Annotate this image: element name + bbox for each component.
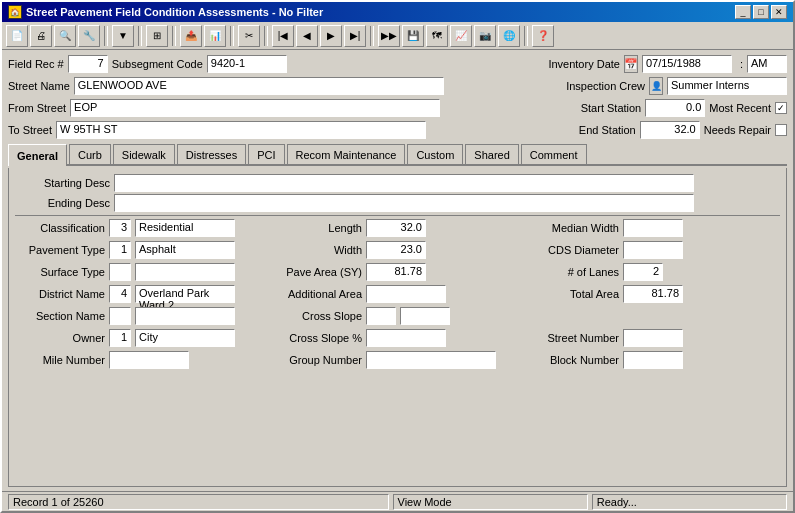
ending-desc-row: Ending Desc — [15, 194, 780, 212]
length-value[interactable]: 32.0 — [366, 219, 426, 237]
spacer1 — [529, 307, 780, 327]
web-button[interactable]: 🌐 — [498, 25, 520, 47]
tab-recom[interactable]: Recom Maintenance — [287, 144, 406, 164]
surface-type-label: Surface Type — [15, 266, 105, 278]
map-button[interactable]: 🗺 — [426, 25, 448, 47]
starting-desc-field[interactable] — [114, 174, 694, 192]
subsegment-value[interactable]: 9420-1 — [207, 55, 287, 73]
from-street-value[interactable]: EOP — [70, 99, 440, 117]
section-name-num[interactable] — [109, 307, 131, 325]
cross-slope-pct-value[interactable] — [366, 329, 446, 347]
num-lanes-value[interactable]: 2 — [623, 263, 663, 281]
cross-slope-value[interactable] — [400, 307, 450, 325]
view-mode: View Mode — [393, 494, 588, 510]
crew-icon[interactable]: 👤 — [649, 77, 663, 95]
search-button[interactable]: 🔍 — [54, 25, 76, 47]
nav-last[interactable]: ▶| — [344, 25, 366, 47]
camera-button[interactable]: 📷 — [474, 25, 496, 47]
tab-comment[interactable]: Comment — [521, 144, 587, 164]
owner-value[interactable]: City — [135, 329, 235, 347]
tab-curb[interactable]: Curb — [69, 144, 111, 164]
nav-jump[interactable]: ▶▶ — [378, 25, 400, 47]
street-name-value[interactable]: GLENWOOD AVE — [74, 77, 444, 95]
tab-sidewalk[interactable]: Sidewalk — [113, 144, 175, 164]
pavement-type-num[interactable]: 1 — [109, 241, 131, 259]
needs-repair-checkbox[interactable] — [775, 124, 787, 136]
width-value[interactable]: 23.0 — [366, 241, 426, 259]
field-rec-value[interactable]: 7 — [68, 55, 108, 73]
statusbar: Record 1 of 25260 View Mode Ready... — [2, 491, 793, 511]
street-number-label: Street Number — [529, 332, 619, 344]
sep4 — [230, 26, 234, 46]
save-button[interactable]: 💾 — [402, 25, 424, 47]
export-button[interactable]: 📤 — [180, 25, 202, 47]
to-street-value[interactable]: W 95TH ST — [56, 121, 426, 139]
new-button[interactable]: 📄 — [6, 25, 28, 47]
titlebar: 🏠 Street Pavement Field Condition Assess… — [2, 2, 793, 22]
mile-number-label: Mile Number — [15, 354, 105, 366]
general-panel: Starting Desc Ending Desc Classification… — [8, 168, 787, 487]
street-number-value[interactable] — [623, 329, 683, 347]
classification-value[interactable]: Residential — [135, 219, 235, 237]
tools-button[interactable]: 🔧 — [78, 25, 100, 47]
from-street-label: From Street — [8, 102, 66, 114]
street-number-row: Street Number — [529, 329, 780, 347]
help-button[interactable]: ❓ — [532, 25, 554, 47]
inventory-date-value[interactable]: 07/15/1988 — [642, 55, 732, 73]
grid-button[interactable]: ⊞ — [146, 25, 168, 47]
section-name-value[interactable] — [135, 307, 235, 325]
starting-desc-label: Starting Desc — [15, 177, 110, 189]
tab-general[interactable]: General — [8, 144, 67, 166]
surface-type-value[interactable] — [135, 263, 235, 281]
cds-diameter-value[interactable] — [623, 241, 683, 259]
owner-num[interactable]: 1 — [109, 329, 131, 347]
ready-status: Ready... — [592, 494, 787, 510]
cross-slope-v1[interactable] — [366, 307, 396, 325]
additional-area-value[interactable] — [366, 285, 446, 303]
group-number-value[interactable] — [366, 351, 496, 369]
surface-type-num[interactable] — [109, 263, 131, 281]
total-area-value[interactable]: 81.78 — [623, 285, 683, 303]
minimize-button[interactable]: _ — [735, 5, 751, 19]
sep3 — [172, 26, 176, 46]
pave-area-value[interactable]: 81.78 — [366, 263, 426, 281]
tab-distresses[interactable]: Distresses — [177, 144, 246, 164]
am-pm-value[interactable]: AM — [747, 55, 787, 73]
most-recent-checkbox[interactable]: ✓ — [775, 102, 787, 114]
district-name-num[interactable]: 4 — [109, 285, 131, 303]
close-button[interactable]: ✕ — [771, 5, 787, 19]
tab-shared[interactable]: Shared — [465, 144, 518, 164]
pavement-type-value[interactable]: Asphalt — [135, 241, 235, 259]
col2: Length 32.0 Width 23.0 Pave Area (SY) 81… — [272, 219, 523, 371]
group-number-row: Group Number — [272, 351, 523, 369]
length-row: Length 32.0 — [272, 219, 523, 237]
calendar-icon[interactable]: 📅 — [624, 55, 638, 73]
nav-first[interactable]: |◀ — [272, 25, 294, 47]
classification-num[interactable]: 3 — [109, 219, 131, 237]
tab-pci[interactable]: PCI — [248, 144, 284, 164]
district-name-value[interactable]: Overland Park Ward 2 — [135, 285, 235, 303]
end-station-value[interactable]: 32.0 — [640, 121, 700, 139]
nav-next[interactable]: ▶ — [320, 25, 342, 47]
block-number-value[interactable] — [623, 351, 683, 369]
row-street-name: Street Name GLENWOOD AVE Inspection Crew… — [8, 76, 787, 96]
nav-prev[interactable]: ◀ — [296, 25, 318, 47]
filter-button[interactable]: ▼ — [112, 25, 134, 47]
tab-custom[interactable]: Custom — [407, 144, 463, 164]
graph-button[interactable]: 📈 — [450, 25, 472, 47]
report-button[interactable]: 📊 — [204, 25, 226, 47]
maximize-button[interactable]: □ — [753, 5, 769, 19]
ending-desc-field[interactable] — [114, 194, 694, 212]
print-button[interactable]: 🖨 — [30, 25, 52, 47]
inspection-crew-label: Inspection Crew — [566, 80, 645, 92]
median-width-row: Median Width — [529, 219, 780, 237]
median-width-label: Median Width — [529, 222, 619, 234]
median-width-value[interactable] — [623, 219, 683, 237]
inspection-crew-value[interactable]: Summer Interns — [667, 77, 787, 95]
ending-desc-label: Ending Desc — [15, 197, 110, 209]
start-station-value[interactable]: 0.0 — [645, 99, 705, 117]
cut-button[interactable]: ✂ — [238, 25, 260, 47]
owner-label: Owner — [15, 332, 105, 344]
end-station-label: End Station — [579, 124, 636, 136]
mile-number-value[interactable] — [109, 351, 189, 369]
